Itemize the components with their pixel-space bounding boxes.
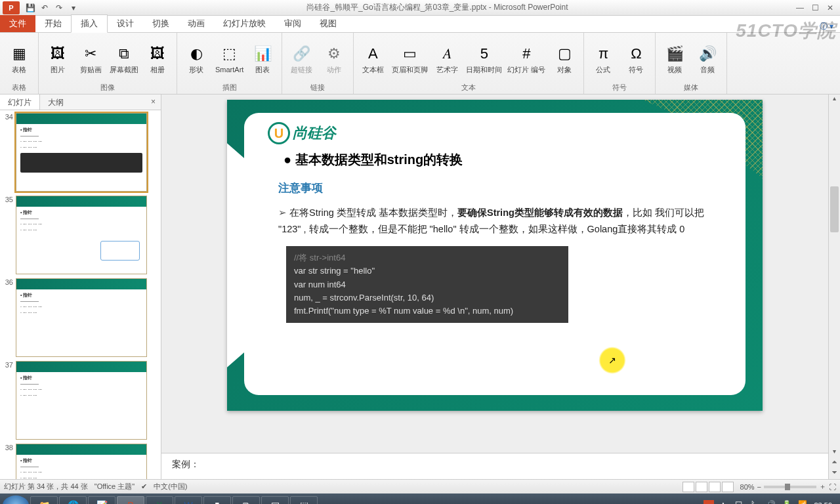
spellcheck-icon[interactable]: ✔ — [141, 482, 147, 491]
ribbon-屏幕截图[interactable]: ⧉屏幕截图 — [110, 43, 138, 74]
ribbon-视频[interactable]: 🎬视频 — [661, 43, 688, 74]
音频-icon: 🔊 — [697, 43, 718, 64]
group-label: 链接 — [287, 81, 348, 93]
SmartArt-icon: ⬚ — [219, 43, 240, 64]
ribbon-艺术字[interactable]: 𝐴艺术字 — [433, 43, 461, 74]
taskbar-word[interactable]: W — [175, 496, 202, 504]
tab-review[interactable]: 审阅 — [275, 15, 310, 32]
thumb-number: 36 — [3, 278, 16, 357]
tab-home[interactable]: 开始 — [35, 15, 71, 32]
normal-view-icon[interactable] — [682, 482, 694, 492]
ribbon-剪贴画[interactable]: ✂剪贴画 — [77, 43, 104, 74]
taskbar-app1[interactable]: 📝 — [88, 496, 116, 504]
prev-slide-icon[interactable]: ⏶ — [829, 458, 840, 469]
slide-thumbnail[interactable]: • 指针————· ··· ··· ··· ···· ··· ··· ··· — [16, 278, 147, 357]
ribbon-日期和时间[interactable]: 5日期和时间 — [466, 43, 502, 74]
taskbar-app3[interactable]: ⬚ — [290, 496, 318, 504]
ribbon-符号[interactable]: Ω符号 — [622, 43, 650, 74]
ribbon-超链接[interactable]: 🔗超链接 — [287, 43, 315, 74]
ribbon-图片[interactable]: 🖼图片 — [44, 43, 72, 74]
ribbon-表格[interactable]: ▦表格 — [5, 43, 33, 74]
zoom-out-icon[interactable]: − — [757, 483, 761, 491]
tab-design[interactable]: 设计 — [108, 15, 143, 32]
tray-clock[interactable]: 23:59 — [814, 501, 832, 504]
ribbon-item-label: 文本框 — [362, 66, 384, 74]
对象-icon: ▢ — [554, 43, 575, 64]
slide-counter: 幻灯片 第 34 张，共 44 张 — [4, 482, 88, 492]
tab-insert[interactable]: 插入 — [71, 14, 108, 33]
tray-battery-icon[interactable]: 🔋 — [782, 500, 793, 504]
ribbon-幻灯片
编号[interactable]: #幻灯片 编号 — [507, 43, 545, 74]
zoom-control[interactable]: 80% − ＋ ⛶ — [740, 482, 836, 492]
system-tray[interactable]: ▲ 🛡 ᛒ 🔊 🔋 📶 23:59 — [704, 500, 837, 504]
zoom-level: 80% — [740, 483, 755, 491]
zoom-in-icon[interactable]: ＋ — [819, 482, 826, 492]
tab-view[interactable]: 视图 — [310, 15, 346, 32]
undo-icon[interactable]: ↶ — [39, 3, 50, 13]
scrollbar-thumb[interactable] — [830, 186, 839, 232]
sidetab-slides[interactable]: 幻灯片 — [0, 94, 40, 110]
zoom-slider[interactable] — [764, 486, 816, 488]
save-icon[interactable]: 💾 — [25, 3, 35, 13]
幻灯片
编号-icon: # — [516, 43, 537, 64]
ribbon-item-label: 剪贴画 — [80, 66, 102, 74]
sidepanel-close-icon[interactable]: × — [146, 94, 161, 110]
ribbon-页眉和页脚[interactable]: ▭页眉和页脚 — [392, 43, 428, 74]
thumb-number: 35 — [3, 196, 16, 274]
quick-access-toolbar: 💾 ↶ ↷ ▾ — [25, 3, 79, 13]
language[interactable]: 中文(中国) — [154, 482, 187, 492]
close-icon[interactable]: ✕ — [827, 3, 833, 12]
tab-animations[interactable]: 动画 — [178, 15, 214, 32]
taskbar-terminal[interactable]: ▮ — [203, 496, 231, 504]
slide-thumbnail[interactable]: • 指针————· ··· ··· ··· ···· ··· ··· ··· — [16, 196, 147, 274]
slide[interactable]: U 尚硅谷 基本数据类型和string的转换 注意事项 在将String 类型转… — [227, 100, 763, 411]
tab-slideshow[interactable]: 幻灯片放映 — [214, 15, 275, 32]
taskbar-chrome[interactable]: 🌐 — [59, 496, 87, 504]
tab-transitions[interactable]: 切换 — [143, 15, 178, 32]
fit-icon[interactable]: ⛶ — [829, 483, 836, 491]
ribbon-item-label: 符号 — [629, 66, 643, 74]
taskbar-vscode[interactable]: ⧉ — [232, 496, 260, 504]
tab-file[interactable]: 文件 — [0, 15, 35, 32]
ribbon-对象[interactable]: ▢对象 — [551, 43, 578, 74]
taskbar-app2[interactable]: ▣ — [261, 496, 289, 504]
slide-thumbnail[interactable]: • 指针————· ··· ··· ··· ···· ··· ··· ··· — [16, 113, 147, 192]
tray-shield-icon[interactable]: 🛡 — [735, 500, 746, 504]
slideshow-view-icon[interactable] — [722, 482, 734, 492]
slide-thumbnail[interactable]: • 指针————· ··· ··· ··· ···· ··· ··· ··· — [16, 361, 147, 440]
sorter-view-icon[interactable] — [696, 482, 707, 492]
tray-ime-icon[interactable] — [704, 500, 714, 504]
ribbon-SmartArt[interactable]: ⬚SmartArt — [215, 43, 243, 74]
notes-pane[interactable]: 案例： — [161, 453, 828, 479]
ribbon-形状[interactable]: ◐形状 — [182, 43, 210, 74]
tray-network-icon[interactable]: 📶 — [798, 500, 808, 504]
qat-more-icon[interactable]: ▾ — [68, 3, 79, 13]
next-slide-icon[interactable]: ⏷ — [829, 469, 840, 479]
tray-volume-icon[interactable]: 🔊 — [766, 500, 777, 504]
taskbar-powerpoint[interactable]: P — [117, 496, 144, 504]
sidetab-outline[interactable]: 大纲 — [40, 94, 72, 110]
ribbon-相册[interactable]: 🖼相册 — [144, 43, 171, 74]
taskbar-explorer[interactable]: 📁 — [30, 496, 58, 504]
vertical-scrollbar[interactable]: ▴ ▾ ⏶ ⏷ — [828, 94, 840, 479]
slide-thumbnail[interactable]: • 指针————· ··· ··· ··· ···· ··· ··· ··· — [16, 444, 147, 479]
start-button[interactable] — [3, 495, 29, 504]
reading-view-icon[interactable] — [709, 482, 721, 492]
scroll-down-icon[interactable]: ▾ — [829, 448, 840, 458]
scroll-up-icon[interactable]: ▴ — [829, 94, 840, 105]
view-buttons — [682, 482, 734, 492]
thumb-number: 37 — [3, 361, 16, 440]
ribbon-动作[interactable]: ⚙动作 — [320, 43, 348, 74]
tray-bluetooth-icon[interactable]: ᛒ — [751, 500, 761, 504]
minimize-icon[interactable]: ― — [796, 3, 804, 12]
app-badge[interactable]: P — [3, 1, 20, 14]
taskbar-excel[interactable]: X — [146, 496, 173, 504]
maximize-icon[interactable]: ☐ — [812, 3, 819, 12]
group-label: 插图 — [182, 81, 276, 93]
tray-icon-1[interactable]: ▲ — [719, 500, 730, 504]
ribbon-文本框[interactable]: A文本框 — [359, 43, 387, 74]
ribbon-音频[interactable]: 🔊音频 — [694, 43, 721, 74]
ribbon-图表[interactable]: 📊图表 — [249, 43, 276, 74]
ribbon-公式[interactable]: π公式 — [589, 43, 617, 74]
redo-icon[interactable]: ↷ — [54, 3, 64, 13]
